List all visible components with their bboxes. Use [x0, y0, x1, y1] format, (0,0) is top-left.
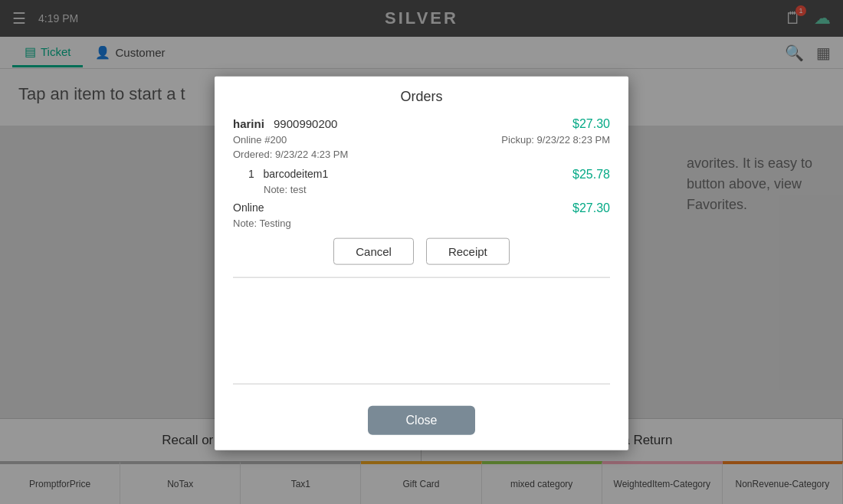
order-pickup: Pickup: 9/23/22 8:23 PM [501, 134, 610, 146]
order-item-name: barcodeitem1 [263, 168, 328, 180]
orders-modal: Orders harini 9900990200 $27.30 Online #… [215, 77, 628, 450]
modal-empty-area [233, 284, 610, 384]
order-phone: 9900990200 [274, 117, 337, 130]
modal-footer: Close [215, 406, 628, 450]
order-name: harini [233, 117, 264, 130]
order-total-amount: $27.30 [572, 117, 610, 131]
order-online-label: Online [233, 201, 264, 215]
order-online-total-row: Online $27.30 [233, 201, 610, 215]
order-online-amount: $27.30 [572, 201, 610, 215]
order-item-note: Note: test [264, 184, 610, 195]
modal-body: harini 9900990200 $27.30 Online #200 Pic… [215, 117, 628, 406]
order-header-row: harini 9900990200 $27.30 [233, 117, 610, 131]
modal-title: Orders [215, 77, 628, 117]
order-name-phone: harini 9900990200 [233, 117, 337, 130]
order-item-row: 1 barcodeitem1 $25.78 [248, 168, 610, 182]
modal-actions: Cancel Receipt [233, 238, 610, 265]
cancel-button[interactable]: Cancel [333, 238, 414, 265]
order-item-price: $25.78 [572, 168, 610, 182]
order-item-qty-name: 1 barcodeitem1 [248, 168, 328, 182]
close-button[interactable]: Close [368, 406, 476, 435]
order-meta-row: Online #200 Pickup: 9/23/22 8:23 PM [233, 134, 610, 147]
modal-divider-top [233, 277, 610, 278]
order-online-note: Note: Testing [233, 218, 610, 229]
order-item-qty: 1 [248, 168, 254, 180]
order-items: 1 barcodeitem1 $25.78 Note: test [248, 168, 610, 195]
order-ordered: Ordered: 9/23/22 4:23 PM [233, 149, 610, 160]
order-number: Online #200 [233, 134, 287, 146]
modal-divider-bottom [233, 384, 610, 385]
receipt-button[interactable]: Receipt [426, 238, 510, 265]
